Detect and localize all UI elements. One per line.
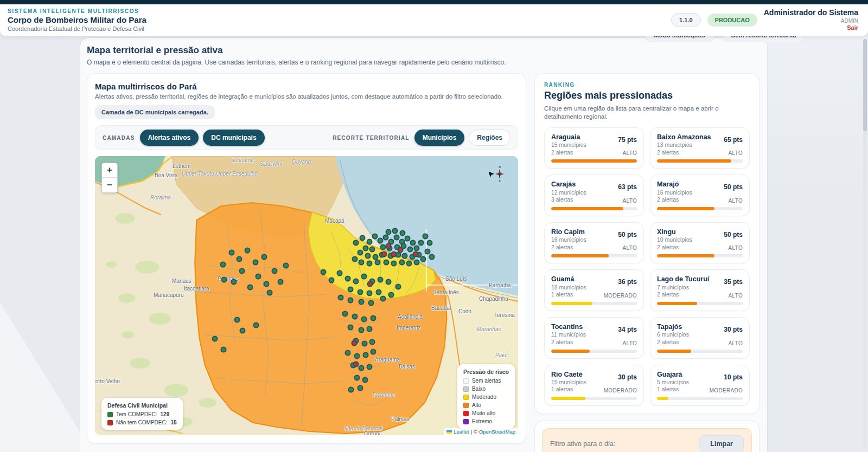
map-marker-compdec[interactable] bbox=[386, 279, 392, 285]
map-marker-compdec[interactable] bbox=[234, 317, 240, 323]
ranking-region-card[interactable]: Guajará 5 municípios 1 alertas 10 pts MO… bbox=[650, 365, 750, 406]
map-marker-compdec[interactable] bbox=[256, 274, 261, 280]
map-marker-compdec[interactable] bbox=[380, 296, 386, 302]
map-marker-compdec[interactable] bbox=[253, 322, 259, 328]
ranking-region-card[interactable]: Tapajós 6 municípios 2 alertas 30 pts AL… bbox=[650, 317, 750, 359]
map-marker-compdec[interactable] bbox=[388, 292, 394, 298]
map-marker-compdec[interactable] bbox=[348, 387, 354, 393]
map-marker-compdec[interactable] bbox=[395, 284, 401, 290]
map-marker-compdec[interactable] bbox=[221, 277, 227, 283]
map-marker-compdec[interactable] bbox=[358, 250, 363, 256]
map-marker-no-compdec[interactable] bbox=[367, 281, 373, 287]
map-marker-compdec[interactable] bbox=[348, 298, 354, 304]
map-marker-compdec[interactable] bbox=[368, 300, 374, 306]
map-marker-compdec[interactable] bbox=[337, 270, 343, 276]
map-marker-compdec[interactable] bbox=[378, 277, 384, 283]
map-marker-compdec[interactable] bbox=[363, 246, 369, 251]
map-marker-compdec[interactable] bbox=[283, 263, 289, 269]
map-marker-compdec[interactable] bbox=[391, 261, 397, 267]
map-marker-no-compdec[interactable] bbox=[413, 251, 419, 257]
map-marker-no-compdec[interactable] bbox=[352, 340, 358, 346]
map-marker-compdec[interactable] bbox=[371, 349, 376, 355]
map-marker-compdec[interactable] bbox=[345, 276, 351, 282]
map-marker-compdec[interactable] bbox=[329, 277, 335, 283]
map-marker-no-compdec[interactable] bbox=[353, 361, 359, 367]
layer-button-dc-municipais[interactable]: DC municipais bbox=[203, 130, 264, 146]
map-marker-compdec[interactable] bbox=[359, 327, 365, 333]
ranking-region-card[interactable]: Marajó 16 municípios 2 alertas 50 pts AL… bbox=[650, 175, 750, 216]
map-marker-compdec[interactable] bbox=[367, 261, 373, 267]
map-marker-compdec[interactable] bbox=[247, 285, 253, 290]
map-marker-compdec[interactable] bbox=[240, 328, 246, 334]
map-marker-compdec[interactable] bbox=[239, 268, 245, 274]
map-marker-compdec[interactable] bbox=[354, 375, 360, 381]
map-marker-compdec[interactable] bbox=[386, 229, 392, 235]
map-marker-compdec[interactable] bbox=[352, 314, 358, 320]
map-marker-compdec[interactable] bbox=[394, 235, 400, 241]
map-marker-compdec[interactable] bbox=[272, 268, 278, 274]
map-marker-compdec[interactable] bbox=[345, 350, 351, 356]
map-marker-compdec[interactable] bbox=[237, 256, 242, 262]
map-marker-compdec[interactable] bbox=[267, 290, 273, 296]
map-marker-compdec[interactable] bbox=[348, 287, 354, 293]
map-marker-compdec[interactable] bbox=[371, 315, 376, 321]
map-marker-compdec[interactable] bbox=[229, 250, 235, 256]
ranking-region-card[interactable]: Xingu 10 municípios 2 alertas 50 pts ALT… bbox=[650, 222, 750, 264]
map-marker-compdec[interactable] bbox=[358, 385, 363, 391]
map-marker-compdec[interactable] bbox=[358, 289, 363, 295]
map-marker-compdec[interactable] bbox=[352, 256, 358, 262]
map-marker-compdec[interactable] bbox=[348, 325, 354, 331]
map-marker-compdec[interactable] bbox=[212, 336, 218, 342]
zoom-in-button[interactable]: + bbox=[102, 163, 117, 178]
map-marker-compdec[interactable] bbox=[392, 228, 398, 234]
osm-link[interactable]: OpenStreetMap bbox=[479, 429, 515, 435]
page-scrollbar[interactable] bbox=[863, 39, 867, 449]
map-marker-compdec[interactable] bbox=[245, 248, 251, 254]
map-marker-no-compdec[interactable] bbox=[386, 243, 392, 249]
ranking-region-card[interactable]: Tocantins 11 municípios 2 alertas 34 pts… bbox=[544, 317, 644, 359]
map-marker-compdec[interactable] bbox=[423, 234, 429, 240]
clear-filter-button[interactable]: Limpar bbox=[699, 435, 744, 452]
map-marker-compdec[interactable] bbox=[221, 347, 227, 353]
map-marker-compdec[interactable] bbox=[372, 234, 378, 240]
map-marker-compdec[interactable] bbox=[427, 240, 433, 246]
map-marker-compdec[interactable] bbox=[376, 289, 382, 295]
map-marker-compdec[interactable] bbox=[354, 353, 360, 359]
map-marker-compdec[interactable] bbox=[359, 299, 365, 305]
map-marker-compdec[interactable] bbox=[321, 269, 327, 275]
map-marker-compdec[interactable] bbox=[353, 240, 359, 246]
map-marker-compdec[interactable] bbox=[414, 260, 420, 266]
map-marker-compdec[interactable] bbox=[367, 239, 373, 245]
ranking-region-card[interactable]: Guamá 18 municípios 1 alertas 36 pts MOD… bbox=[544, 269, 644, 311]
scrollbar-thumb[interactable] bbox=[863, 39, 867, 131]
ranking-region-card[interactable]: Rio Capim 16 municípios 2 alertas 50 pts… bbox=[544, 222, 644, 264]
ranking-region-card[interactable]: Rio Caeté 15 municípios 1 alertas 30 pts… bbox=[544, 365, 644, 406]
logout-link[interactable]: Sair bbox=[764, 24, 858, 32]
map-marker-compdec[interactable] bbox=[378, 238, 384, 244]
map-marker-compdec[interactable] bbox=[367, 364, 373, 370]
map-marker-compdec[interactable] bbox=[359, 365, 365, 371]
map-marker-compdec[interactable] bbox=[363, 352, 369, 358]
recorte-button-municípios[interactable]: Municípios bbox=[414, 130, 465, 146]
map-marker-compdec[interactable] bbox=[231, 279, 237, 285]
map-marker-compdec[interactable] bbox=[264, 281, 270, 287]
zoom-out-button[interactable]: − bbox=[102, 178, 117, 192]
layer-button-alertas-ativos[interactable]: Alertas ativos bbox=[140, 130, 199, 146]
map-marker-compdec[interactable] bbox=[360, 235, 366, 241]
map-marker-compdec[interactable] bbox=[399, 260, 405, 266]
map-marker-compdec[interactable] bbox=[383, 235, 389, 241]
map-marker-compdec[interactable] bbox=[362, 341, 368, 347]
recorte-button-regiões[interactable]: Regiões bbox=[469, 130, 510, 146]
map-marker-compdec[interactable] bbox=[361, 317, 367, 322]
map-marker-compdec[interactable] bbox=[405, 236, 411, 242]
map-marker-compdec[interactable] bbox=[402, 253, 408, 259]
map-marker-compdec[interactable] bbox=[261, 254, 267, 260]
ranking-region-card[interactable]: Lago de Tucuruí 7 municípios 2 alertas 3… bbox=[650, 269, 750, 311]
map-marker-no-compdec[interactable] bbox=[391, 251, 397, 257]
ranking-region-card[interactable]: Baixo Amazonas 13 municípios 2 alertas 6… bbox=[650, 127, 750, 169]
map-marker-compdec[interactable] bbox=[359, 260, 365, 266]
map-marker-compdec[interactable] bbox=[362, 377, 368, 383]
map-marker-compdec[interactable] bbox=[410, 240, 416, 246]
map-marker-compdec[interactable] bbox=[425, 249, 431, 255]
map-marker-compdec[interactable] bbox=[367, 290, 373, 296]
